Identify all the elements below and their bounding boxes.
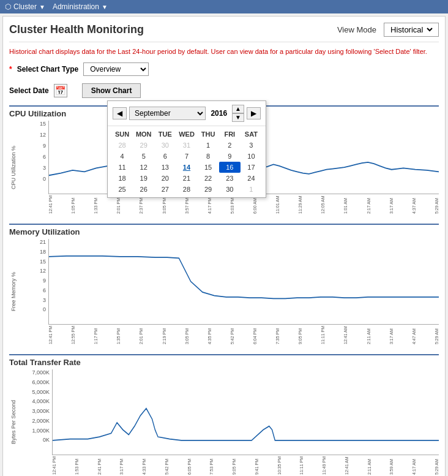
memory-y-axis-title: Free Memory % — [9, 239, 18, 344]
cal-day[interactable]: 19 — [133, 173, 154, 184]
calendar-days-header: SUN MON TUE WED THU FRI SAT — [111, 129, 262, 140]
cal-day[interactable]: 1 — [241, 184, 262, 195]
cal-day[interactable]: 25 — [111, 184, 133, 195]
show-chart-button[interactable]: Show Chart — [82, 83, 141, 98]
transfer-chart-svg — [53, 369, 439, 455]
calendar-popup: ◀ JanuaryFebruaryMarch AprilMayJune July… — [107, 100, 266, 198]
cal-day[interactable]: 30 — [154, 140, 176, 151]
cal-day[interactable]: 7 — [176, 151, 197, 162]
cal-day[interactable]: 22 — [198, 173, 219, 184]
cal-header-sat: SAT — [241, 129, 262, 140]
calendar-next-btn[interactable]: ▶ — [247, 107, 261, 119]
cal-day[interactable]: 17 — [241, 162, 262, 173]
page-title: Cluster Health Monitoring — [9, 23, 144, 36]
cluster-menu[interactable]: ⬡ Cluster ▼ — [5, 2, 45, 11]
cal-day[interactable]: 3 — [241, 140, 262, 151]
info-bar: Historical chart displays data for the L… — [9, 47, 439, 56]
cal-day[interactable]: 10 — [241, 151, 262, 162]
transfer-chart-area — [52, 369, 439, 455]
cal-day[interactable]: 27 — [154, 184, 176, 195]
cal-day-selected[interactable]: 16 — [219, 162, 241, 173]
memory-chart-svg — [49, 239, 439, 324]
cal-day[interactable]: 2 — [219, 140, 241, 151]
transfer-chart-section: Total Transfer Rate Bytes Per Second 7,0… — [9, 354, 439, 475]
memory-x-labels: 12:41 PM 12:55 PM 1:17 PM 1:35 PM 2:01 P… — [48, 326, 439, 344]
cal-day[interactable]: 1 — [198, 140, 219, 151]
transfer-chart-container: 7,000K 6,000K 5,000K 4,000K 3,000K 2,000… — [18, 369, 439, 455]
admin-arrow-icon: ▼ — [102, 4, 108, 10]
cal-day[interactable]: 9 — [219, 151, 241, 162]
cal-header-fri: FRI — [219, 129, 241, 140]
cal-day[interactable]: 15 — [198, 162, 219, 173]
cal-day[interactable]: 18 — [111, 173, 133, 184]
cluster-label: Cluster — [13, 2, 37, 11]
cal-day[interactable]: 8 — [198, 151, 219, 162]
memory-chart-container: 21 18 15 12 9 6 3 0 — [18, 239, 439, 325]
cal-day[interactable]: 26 — [133, 184, 154, 195]
cal-day[interactable]: 29 — [133, 140, 154, 151]
cal-day[interactable]: 29 — [198, 184, 219, 195]
required-indicator: * — [9, 65, 12, 74]
cal-day[interactable]: 5 — [133, 151, 154, 162]
calendar-week-3: 11 12 13 14 15 16 17 — [111, 162, 262, 173]
calendar-week-4: 18 19 20 21 22 23 24 — [111, 173, 262, 184]
view-mode-select-input[interactable]: Historical Real-time — [388, 25, 435, 35]
top-bar: ⬡ Cluster ▼ Administration ▼ — [0, 0, 448, 13]
calendar-grid: SUN MON TUE WED THU FRI SAT 28 29 30 31 … — [108, 126, 266, 197]
calendar-week-5: 25 26 27 28 29 30 1 — [111, 184, 262, 195]
calendar-prev-btn[interactable]: ◀ — [113, 107, 127, 119]
memory-chart-area — [48, 239, 439, 325]
memory-y-axis: 21 18 15 12 9 6 3 0 — [18, 239, 48, 325]
cpu-y-axis-title: CPU Utilization % — [9, 121, 18, 214]
memory-chart-wrapper: Free Memory % 21 18 15 12 9 6 3 0 — [9, 239, 439, 344]
cal-day[interactable]: 13 — [154, 162, 176, 173]
memory-chart-title: Memory Utilization — [9, 224, 439, 236]
cal-day[interactable]: 31 — [176, 140, 197, 151]
transfer-y-axis-title: Bytes Per Second — [9, 369, 18, 475]
calendar-week-2: 4 5 6 7 8 9 10 — [111, 151, 262, 162]
select-date-label: Select Date — [9, 86, 49, 95]
transfer-y-axis: 7,000K 6,000K 5,000K 4,000K 3,000K 2,000… — [18, 369, 52, 455]
calendar-nav: ◀ JanuaryFebruaryMarch AprilMayJune July… — [108, 101, 266, 126]
cal-day[interactable]: 12 — [133, 162, 154, 173]
cpu-x-labels: 12:41 PM 1:05 PM 1:33 PM 2:01 PM 2:37 PM… — [48, 195, 439, 214]
transfer-chart-wrapper: Bytes Per Second 7,000K 6,000K 5,000K 4,… — [9, 369, 439, 475]
cal-day[interactable]: 20 — [154, 173, 176, 184]
cal-header-tue: TUE — [154, 129, 176, 140]
cal-header-wed: WED — [176, 129, 197, 140]
chart-type-label: Select Chart Type — [17, 65, 78, 74]
chart-type-select[interactable]: Overview CPU Memory Transfer Rate — [83, 62, 149, 76]
cal-day[interactable]: 24 — [241, 173, 262, 184]
calendar-month-select[interactable]: JanuaryFebruaryMarch AprilMayJune JulyAu… — [129, 107, 206, 120]
calendar-icon[interactable]: 📅 — [54, 84, 67, 97]
calendar-year: 2016 — [208, 109, 230, 118]
cal-header-sun: SUN — [111, 129, 133, 140]
cal-day[interactable]: 4 — [111, 151, 133, 162]
cal-day-today[interactable]: 14 — [176, 162, 197, 173]
calendar-year-up-btn[interactable]: ▲ — [232, 105, 244, 113]
administration-menu[interactable]: Administration ▼ — [53, 2, 108, 11]
view-mode-label: View Mode — [337, 25, 376, 34]
cluster-icon: ⬡ — [5, 2, 11, 11]
cal-header-thu: THU — [198, 129, 219, 140]
page-header: Cluster Health Monitoring View Mode Hist… — [9, 23, 439, 42]
administration-label: Administration — [53, 2, 99, 11]
cal-header-mon: MON — [133, 129, 154, 140]
cal-day[interactable]: 23 — [219, 173, 241, 184]
view-mode-dropdown[interactable]: Historical Real-time — [384, 23, 439, 37]
chart-type-row: * Select Chart Type Overview CPU Memory … — [9, 62, 439, 76]
calendar-year-down-btn[interactable]: ▼ — [232, 113, 244, 122]
main-content: Cluster Health Monitoring View Mode Hist… — [2, 16, 446, 476]
cpu-y-axis: 15 12 9 6 3 0 — [18, 121, 48, 194]
cal-day[interactable]: 6 — [154, 151, 176, 162]
cal-day[interactable]: 11 — [111, 162, 133, 173]
transfer-chart-title: Total Transfer Rate — [9, 354, 439, 367]
memory-chart-section: Memory Utilization Free Memory % 21 18 1… — [9, 224, 439, 344]
cal-day[interactable]: 21 — [176, 173, 197, 184]
cluster-arrow-icon: ▼ — [39, 4, 45, 10]
cal-day[interactable]: 30 — [219, 184, 241, 195]
select-date-row: Select Date 📅 Show Chart ◀ JanuaryFebrua… — [9, 83, 439, 98]
cal-day[interactable]: 28 — [176, 184, 197, 195]
cal-day[interactable]: 28 — [111, 140, 133, 151]
calendar-year-controls: ▲ ▼ — [232, 105, 244, 122]
